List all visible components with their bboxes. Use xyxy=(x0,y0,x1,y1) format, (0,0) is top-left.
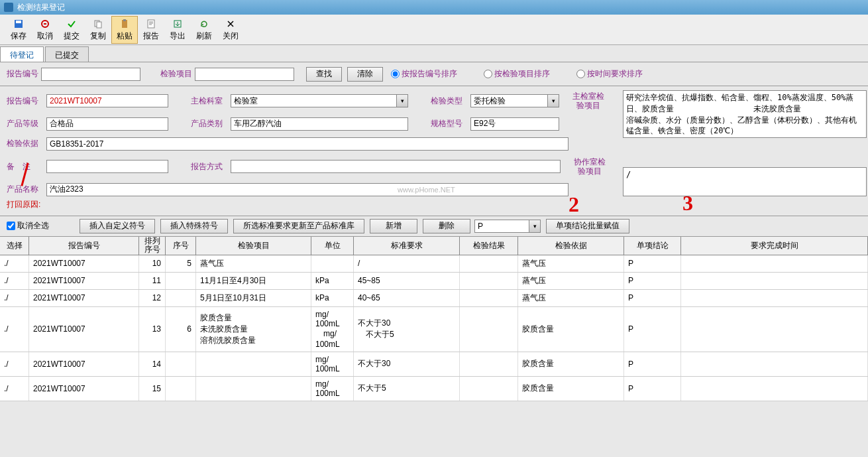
batch-assign-button[interactable]: 单项结论批量赋值 xyxy=(546,219,629,233)
col-due[interactable]: 要求完成时间 xyxy=(681,237,868,255)
col-unit[interactable]: 单位 xyxy=(311,237,354,255)
chevron-down-icon[interactable]: ▾ xyxy=(529,220,541,233)
spec-input[interactable] xyxy=(470,117,559,131)
cell: / xyxy=(354,255,460,272)
paste-button[interactable]: 粘贴 xyxy=(111,16,138,44)
col-basis[interactable]: 检验依据 xyxy=(518,237,624,255)
refresh-button[interactable]: 刷新 xyxy=(191,16,217,44)
copy-icon xyxy=(93,19,103,29)
cell: 13 xyxy=(139,307,166,352)
col-result[interactable]: 检验结果 xyxy=(460,237,518,255)
col-seq[interactable]: 序号 xyxy=(166,237,196,255)
prod-name-input[interactable] xyxy=(46,183,569,196)
window-title: 检测结果登记 xyxy=(17,2,65,13)
category-input[interactable] xyxy=(231,117,408,131)
col-item[interactable]: 检验项目 xyxy=(196,237,311,255)
chevron-down-icon[interactable]: ▾ xyxy=(547,94,559,107)
col-req[interactable]: 标准要求 xyxy=(354,237,460,255)
cell: 14 xyxy=(139,352,166,376)
table-row[interactable]: ./2021WT10007105蒸气压/蒸气压P xyxy=(0,255,868,273)
cell: 2021WT10007 xyxy=(29,290,139,306)
cell: 15 xyxy=(139,377,166,401)
cell: 不大于30 不大于5 xyxy=(354,307,460,352)
cell: P xyxy=(624,377,681,401)
cell xyxy=(460,273,518,289)
svg-rect-1 xyxy=(16,21,21,23)
sort-by-report-radio[interactable]: 按报告编号排序 xyxy=(391,68,457,80)
grid-header: 选择 报告编号 排列序号 序号 检验项目 单位 标准要求 检验结果 检验依据 单… xyxy=(0,237,868,255)
cell xyxy=(681,352,868,376)
update-std-button[interactable]: 所选标准要求更新至产品标准库 xyxy=(233,219,364,233)
export-icon xyxy=(172,19,183,29)
cell: 2021WT10007 xyxy=(29,307,139,352)
cell xyxy=(681,273,868,289)
clear-button[interactable]: 清除 xyxy=(347,67,383,82)
copy-button[interactable]: 复制 xyxy=(85,16,111,44)
col-report-no[interactable]: 报告编号 xyxy=(29,237,139,255)
add-button[interactable]: 新增 xyxy=(370,219,417,233)
main-lab-combo[interactable]: ▾ xyxy=(231,94,408,107)
cell: ./ xyxy=(0,377,29,401)
export-button[interactable]: 导出 xyxy=(164,16,191,44)
search-report-no-label: 报告编号 xyxy=(7,68,38,80)
remark-input[interactable] xyxy=(46,160,168,173)
cell: 蒸气压 xyxy=(518,273,624,289)
cell xyxy=(311,255,354,272)
search-report-no-input[interactable] xyxy=(41,68,140,81)
search-insp-item-label: 检验项目 xyxy=(160,68,192,80)
cell: 10 xyxy=(139,255,166,272)
table-row[interactable]: ./2021WT1000714mg/ 100mL不大于30胶质含量P xyxy=(0,352,868,377)
close-button[interactable]: 关闭 xyxy=(217,16,244,44)
table-row[interactable]: ./2021WT1000715mg/ 100mL不大于5胶质含量P xyxy=(0,377,868,401)
basis-input[interactable] xyxy=(46,137,569,151)
sort-by-time-radio[interactable]: 按时间要求排序 xyxy=(576,68,643,80)
report-button[interactable]: 报告 xyxy=(138,16,164,44)
delete-button[interactable]: 删除 xyxy=(423,219,470,233)
main-lab-items-textarea[interactable]: 研究法辛烷值、抗爆指数、铅含量、馏程、10%蒸发温度、50%蒸日、胶质含量 未洗… xyxy=(623,90,867,138)
tab-pending[interactable]: 待登记 xyxy=(0,46,44,62)
grade-input[interactable] xyxy=(46,117,168,131)
report-no-input[interactable] xyxy=(46,94,168,107)
table-row[interactable]: ./2021WT10007125月1日至10月31日kPa40~65蒸气压P xyxy=(0,290,868,307)
insert-custom-button[interactable]: 插入自定义符号 xyxy=(80,219,155,233)
search-insp-item-input[interactable] xyxy=(195,68,294,81)
cell: 蒸气压 xyxy=(518,290,624,306)
prod-name-label: 产品名称 xyxy=(7,184,44,195)
coop-items-label: 协作室检验项目 xyxy=(570,157,610,176)
col-select[interactable]: 选择 xyxy=(0,237,29,255)
cell: mg/ 100mL xyxy=(311,352,354,376)
close-label: 关闭 xyxy=(223,31,239,42)
cancel-all-checkbox[interactable]: 取消全选 xyxy=(7,220,49,231)
col-conclusion[interactable]: 单项结论 xyxy=(624,237,681,255)
cell: 胶质含量 未洗胶质含量 溶剂洗胶质含量 xyxy=(196,307,311,352)
submit-icon xyxy=(66,19,77,29)
save-button[interactable]: 保存 xyxy=(5,16,32,44)
cell: kPa xyxy=(311,273,354,289)
detail-form: 报告编号 主检科室 ▾ 检验类型 ▾ 主检室检验项目 研究法辛烷值、抗爆指数、铅… xyxy=(0,86,868,216)
submit-button[interactable]: 提交 xyxy=(58,16,85,44)
cell: 蒸气压 xyxy=(518,255,624,272)
paste-icon xyxy=(119,19,130,29)
cell xyxy=(681,307,868,352)
col-order[interactable]: 排列序号 xyxy=(139,237,166,255)
cell: ./ xyxy=(0,273,29,289)
search-bar: 报告编号 检验项目 查找 清除 按报告编号排序 按检验项目排序 按时间要求排序 xyxy=(0,62,868,86)
insp-type-combo[interactable]: ▾ xyxy=(470,94,559,107)
save-label: 保存 xyxy=(11,31,27,42)
insert-special-button[interactable]: 插入特殊符号 xyxy=(160,219,228,233)
sort-by-item-radio[interactable]: 按检验项目排序 xyxy=(484,68,550,80)
grid-body: ./2021WT10007105蒸气压/蒸气压P./2021WT10007111… xyxy=(0,255,868,401)
chevron-down-icon[interactable]: ▾ xyxy=(396,94,408,107)
batch-value-combo[interactable]: ▾ xyxy=(474,220,541,233)
cell xyxy=(166,352,196,376)
table-row[interactable]: ./2021WT100071111月1日至4月30日kPa45~85蒸气压P xyxy=(0,273,868,290)
report-mode-label: 报告方式 xyxy=(191,161,228,172)
table-row[interactable]: ./2021WT10007136胶质含量 未洗胶质含量 溶剂洗胶质含量mg/ 1… xyxy=(0,307,868,352)
coop-items-textarea[interactable]: / xyxy=(623,167,867,196)
cancel-button[interactable]: 取消 xyxy=(32,16,58,44)
report-label: 报告 xyxy=(143,31,159,42)
tab-submitted[interactable]: 已提交 xyxy=(45,46,89,62)
find-button[interactable]: 查找 xyxy=(306,67,342,82)
report-icon xyxy=(146,19,156,29)
report-mode-input[interactable] xyxy=(231,160,561,173)
